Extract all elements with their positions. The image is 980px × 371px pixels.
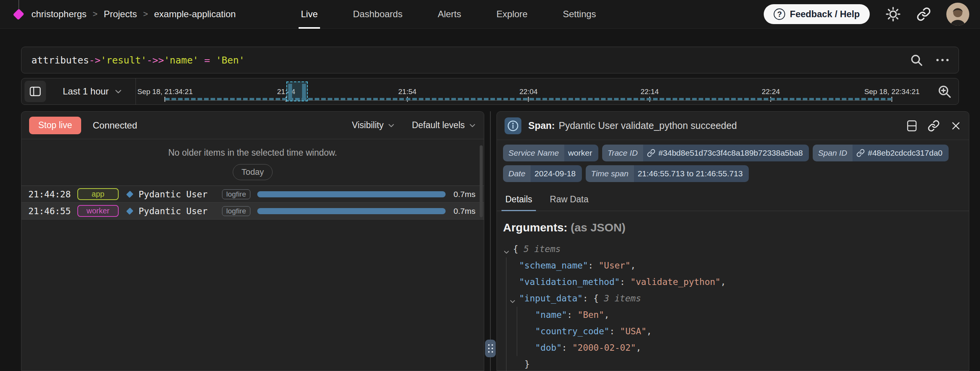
breadcrumb-project-name[interactable]: example-application: [154, 9, 236, 20]
tab-details[interactable]: Details: [501, 190, 536, 211]
copy-span-link-button[interactable]: [928, 120, 940, 132]
duration-bar[interactable]: [257, 191, 446, 197]
magnifier-plus-icon: [937, 84, 952, 99]
trace-id-value: #34bd8e51d73c3f4c8a189b72338a5ba8: [658, 148, 803, 158]
top-navbar: christophergs > Projects > example-appli…: [0, 0, 980, 29]
nav-tab-live[interactable]: Live: [301, 0, 318, 29]
time-range-dropdown[interactable]: Last 1 hour: [63, 86, 122, 97]
logo-plumb-line: [18, 0, 19, 10]
item-count: 5 items: [524, 244, 561, 254]
today-badge[interactable]: Today: [233, 164, 273, 180]
span-kind-label: Span:: [528, 120, 555, 131]
timeline-selection-window[interactable]: [286, 81, 308, 101]
link-icon: [928, 120, 940, 132]
copy-link-button[interactable]: [916, 7, 931, 21]
span-detail-panel: Span:Pydantic User validate_python succe…: [497, 111, 969, 371]
default-levels-dropdown[interactable]: Default levels: [412, 120, 476, 130]
split-view-button[interactable]: [907, 120, 917, 132]
span-name: Pydantic User: [139, 189, 222, 199]
connection-status: Connected: [93, 120, 137, 131]
span-diamond-icon: [126, 190, 134, 198]
time-range-bar: Last 1 hour Sep 18, 21:34:21 21:44 21:54…: [21, 78, 959, 105]
close-icon: [951, 120, 961, 131]
json-root-line: { 5 items: [503, 241, 961, 257]
breadcrumb-account[interactable]: christophergs: [31, 9, 87, 20]
user-avatar[interactable]: [946, 3, 969, 26]
logfire-tag-badge[interactable]: logfire: [222, 206, 250, 216]
default-levels-label: Default levels: [412, 120, 465, 130]
query-arrow-text-operator: ->>: [147, 55, 164, 66]
span-id-value: #48eb2cdcdc317da0: [868, 148, 942, 158]
feedback-help-button[interactable]: ? Feedback / Help: [764, 4, 870, 24]
visibility-label: Visibility: [352, 120, 384, 130]
query-equals-operator: [199, 55, 204, 66]
meta-label: Date: [503, 165, 531, 182]
timeline[interactable]: Sep 18, 21:34:21 21:44 21:54 22:04 22:14…: [136, 78, 930, 104]
primary-nav: Live Dashboards Alerts Explore Settings: [301, 0, 596, 29]
span-metadata: Service Name worker Trace ID #34bd8e51d7…: [497, 140, 969, 184]
arguments-heading: Arguments: (as JSON): [503, 221, 961, 234]
close-panel-button[interactable]: [951, 120, 961, 131]
meta-date: Date 2024-09-18: [503, 165, 582, 182]
logfire-logo[interactable]: [11, 0, 26, 29]
sql-query-input[interactable]: attributes->'result'->>'name' = 'Ben': [21, 47, 959, 73]
json-line: "dob": "2000-02-02",: [503, 340, 961, 356]
nav-tab-dashboards[interactable]: Dashboards: [353, 0, 402, 29]
span-diamond-icon: [126, 207, 134, 215]
collapse-chevron-icon[interactable]: [509, 293, 519, 305]
chevron-down-icon: [387, 122, 395, 129]
query-value: 'Ben': [216, 55, 245, 66]
link-icon: [916, 7, 931, 21]
logfire-tag-badge[interactable]: logfire: [222, 189, 250, 199]
nav-tab-explore[interactable]: Explore: [497, 0, 528, 29]
trace-row-selected[interactable]: 21:46:55 worker Pydantic User logfire 0.…: [21, 203, 484, 220]
link-icon: [856, 149, 865, 157]
breadcrumb: christophergs > Projects > example-appli…: [31, 9, 236, 20]
detail-panel-header: Span:Pydantic User validate_python succe…: [497, 112, 969, 140]
sun-moon-icon: [885, 6, 901, 22]
stop-live-button[interactable]: Stop live: [29, 117, 81, 134]
json-line: "validation_method": "validate_python",: [503, 274, 961, 290]
logfire-app: christophergs > Projects > example-appli…: [0, 0, 980, 371]
nav-tab-alerts[interactable]: Alerts: [438, 0, 461, 29]
activity-histogram-bar: [288, 84, 292, 101]
duration-bar[interactable]: [257, 208, 446, 214]
query-arrow-operator: ->: [89, 55, 101, 66]
trace-row[interactable]: 21:44:28 app Pydantic User logfire 0.7ms: [21, 186, 484, 203]
arguments-label: Arguments:: [503, 221, 567, 234]
meta-span-id[interactable]: Span ID #48eb2cdcdc317da0: [813, 145, 949, 161]
visibility-dropdown[interactable]: Visibility: [352, 120, 395, 130]
arguments-json-tree: { 5 items "schema_name": "User", "valida…: [503, 241, 961, 371]
query-more-options-icon[interactable]: [936, 59, 949, 61]
meta-label: Span ID: [813, 145, 853, 161]
info-icon: [505, 117, 521, 134]
toggle-sidebar-button[interactable]: [24, 81, 46, 102]
service-badge-app[interactable]: app: [77, 188, 119, 200]
query-json-key: 'name': [164, 55, 198, 66]
nav-tab-settings[interactable]: Settings: [563, 0, 596, 29]
tab-raw-data[interactable]: Raw Data: [546, 190, 592, 211]
span-title-text: Pydantic User validate_python succeeded: [559, 120, 737, 131]
query-json-key: 'result': [101, 55, 147, 66]
meta-service-name: Service Name worker: [503, 145, 598, 161]
sidebar-layout-icon: [29, 86, 41, 96]
trace-list: 21:44:28 app Pydantic User logfire 0.7ms…: [21, 186, 484, 220]
meta-time-span: Time span 21:46:55.713 to 21:46:55.713: [586, 165, 749, 182]
time-range-label: Last 1 hour: [63, 86, 109, 97]
search-icon[interactable]: [910, 53, 923, 67]
trace-timestamp: 21:44:28: [28, 189, 77, 199]
service-badge-worker[interactable]: worker: [77, 205, 119, 217]
panel-resize-grip[interactable]: [485, 340, 496, 357]
meta-label: Trace ID: [602, 145, 643, 161]
scrollbar-thumb[interactable]: [480, 145, 483, 217]
collapse-chevron-icon[interactable]: [503, 244, 513, 255]
timeline-activity-strip: [165, 98, 892, 101]
breadcrumb-projects[interactable]: Projects: [104, 9, 137, 20]
theme-toggle-button[interactable]: [885, 6, 901, 22]
detail-header-actions: [907, 120, 961, 132]
time-span-value: 21:46:55.713 to 21:46:55.713: [634, 169, 749, 178]
zoom-in-button[interactable]: [930, 84, 959, 99]
meta-trace-id[interactable]: Trace ID #34bd8e51d73c3f4c8a189b72338a5b…: [602, 145, 809, 161]
activity-histogram-bar: [302, 84, 306, 101]
span-name: Pydantic User: [139, 206, 222, 216]
